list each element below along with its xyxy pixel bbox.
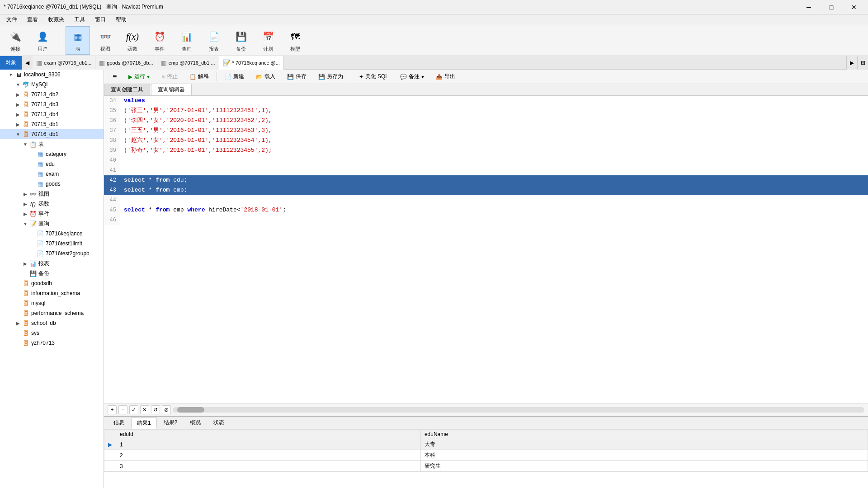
- toolbar-schedule[interactable]: 📅 计划: [256, 27, 280, 54]
- table-row[interactable]: ▶ 1 大专: [104, 439, 868, 450]
- arrow-70713db3: ▶: [14, 102, 22, 107]
- tab-extra-btn2[interactable]: ⊞: [857, 56, 868, 70]
- line-content-38: ('赵六','女','2016-01-01','13112323454',1),: [120, 136, 868, 145]
- table-row[interactable]: 2 本科: [104, 450, 868, 461]
- toolbar-query[interactable]: 📊 查询: [175, 27, 198, 54]
- line-num-44: 44: [104, 195, 120, 205]
- sidebar-item-70713db3[interactable]: ▶ 🗄 70713_db3: [0, 99, 104, 109]
- sidebar-item-events-folder[interactable]: ▶ ⏰ 事件: [0, 209, 104, 219]
- hscroll-thumb[interactable]: [177, 407, 204, 413]
- close-button[interactable]: ✕: [844, 0, 864, 14]
- minimize-button[interactable]: ─: [798, 0, 819, 14]
- stop-button[interactable]: ■ 停止: [156, 71, 182, 82]
- tab-exam[interactable]: ▦ exam @70716_db1...: [33, 56, 95, 70]
- tab-emp[interactable]: ▦ emp @70716_db1 ...: [157, 56, 219, 70]
- table-icon: ▦: [70, 28, 86, 45]
- titlebar: * 70716keqiance @70716_db1 (MySQL) - 查询 …: [0, 0, 868, 14]
- sidebar-item-mysql[interactable]: ▼ 🐬 MySQL: [0, 80, 104, 89]
- toolbar-table-label: 表: [75, 46, 80, 52]
- sidebar-item-infoschema[interactable]: 🗄 information_schema: [0, 288, 104, 298]
- beautify-button[interactable]: ✦ 美化 SQL: [354, 71, 393, 82]
- sidebar-item-edu[interactable]: ▦ edu: [0, 159, 104, 169]
- tab-keqiance[interactable]: 📝 * 70716keqiance @...: [219, 56, 284, 70]
- new-button[interactable]: 📄 新建: [220, 71, 249, 82]
- hamburger-menu-button[interactable]: ≡: [108, 71, 122, 82]
- sidebar-item-backup-folder[interactable]: 💾 备份: [0, 268, 104, 278]
- rtab-overview[interactable]: 概况: [184, 417, 207, 428]
- rtab-status[interactable]: 状态: [208, 417, 230, 428]
- db-70715db1-icon: 🗄: [22, 120, 30, 128]
- toolbar-table[interactable]: ▦ 表: [66, 26, 90, 55]
- cancel-edit-btn[interactable]: ✕: [140, 405, 149, 414]
- sidebar-item-70716keqiance[interactable]: 📄 70716keqiance: [0, 229, 104, 239]
- qtab-create-tool[interactable]: 查询创建工具: [104, 84, 150, 95]
- arrow-schooldb: ▶: [14, 321, 22, 326]
- menu-tools[interactable]: 工具: [70, 15, 90, 24]
- toolbar-event[interactable]: ⏰ 事件: [148, 27, 171, 54]
- sidebar-item-goods[interactable]: ▦ goods: [0, 179, 104, 189]
- toolbar-model-label: 模型: [290, 46, 300, 52]
- horizontal-scrollbar[interactable]: [173, 407, 864, 413]
- tab-overflow-btn[interactable]: ▶: [846, 56, 857, 70]
- tab-nav-prev[interactable]: ◀: [22, 56, 33, 70]
- sidebar-label-infoschema: information_schema: [31, 290, 102, 296]
- load-button[interactable]: 📂 载入: [251, 71, 280, 82]
- toolbar-user[interactable]: 👤 用户: [31, 27, 54, 54]
- menu-favorites[interactable]: 收藏夹: [43, 15, 69, 24]
- explain-button[interactable]: 📋 解释: [184, 71, 214, 82]
- sidebar-item-tables-folder[interactable]: ▼ 📋 表: [0, 139, 104, 149]
- sidebar-item-70716db1[interactable]: ▼ 🗄 70716_db1: [0, 129, 104, 139]
- rtab-result2[interactable]: 结果2: [158, 417, 184, 428]
- sidebar-item-70715db1[interactable]: ▶ 🗄 70715_db1: [0, 119, 104, 129]
- tab-goods[interactable]: ▦ goods @70716_db...: [95, 56, 157, 70]
- sidebar-item-70716test1[interactable]: 📄 70716test1limit: [0, 239, 104, 249]
- sidebar-item-sys[interactable]: 🗄 sys: [0, 328, 104, 338]
- sidebar-item-70716test2[interactable]: 📄 70716test2groupb: [0, 249, 104, 258]
- sidebar-item-yzh70713[interactable]: 🗄 yzh70713: [0, 338, 104, 348]
- sidebar-item-queries-folder[interactable]: ▼ 📝 查询: [0, 219, 104, 229]
- sidebar-item-70713db4[interactable]: ▶ 🗄 70713_db4: [0, 109, 104, 119]
- toolbar-model[interactable]: 🗺 模型: [283, 27, 307, 54]
- result-eduname-3: 研究生: [420, 461, 868, 472]
- sidebar-item-schooldb[interactable]: ▶ 🗄 school_db: [0, 318, 104, 328]
- refresh-btn[interactable]: ↺: [151, 405, 160, 414]
- export-button[interactable]: 📤 导出: [431, 71, 460, 82]
- sidebar-label-views: 视图: [38, 190, 102, 198]
- sidebar-item-localhost[interactable]: ▼ 🖥 localhost_3306: [0, 70, 104, 80]
- sidebar-item-mysql-db[interactable]: 🗄 mysql: [0, 298, 104, 308]
- run-arrow: ▾: [147, 74, 150, 80]
- add-line-btn[interactable]: +: [108, 405, 117, 414]
- run-button[interactable]: ▶ 运行 ▾: [123, 71, 155, 82]
- menu-view[interactable]: 查看: [23, 15, 42, 24]
- sidebar-item-goodsdb[interactable]: 🗄 goodsdb: [0, 278, 104, 288]
- toolbar-report[interactable]: 📄 报表: [202, 27, 226, 54]
- menu-file[interactable]: 文件: [2, 15, 22, 24]
- toolbar-backup[interactable]: 💾 备份: [229, 27, 253, 54]
- sidebar-item-perfschema[interactable]: 🗄 performance_schema: [0, 308, 104, 318]
- saveas-button[interactable]: 💾 另存为: [313, 71, 348, 82]
- maximize-button[interactable]: □: [821, 0, 842, 14]
- toolbar-connect[interactable]: 🔌 连接: [4, 27, 27, 54]
- toolbar-function[interactable]: f(x) 函数: [121, 27, 144, 54]
- save-button[interactable]: 💾 保存: [282, 71, 311, 82]
- menu-help[interactable]: 帮助: [111, 15, 131, 24]
- sidebar-item-70713db2[interactable]: ▶ 🗄 70713_db2: [0, 89, 104, 99]
- code-editor[interactable]: 34 values 35 ('张三','男','2017-01-01','131…: [104, 96, 868, 403]
- rtab-result1[interactable]: 结果1: [131, 418, 157, 429]
- table-row[interactable]: 3 研究生: [104, 461, 868, 472]
- sidebar-item-functions-folder[interactable]: ▶ f() 函数: [0, 199, 104, 209]
- objects-button[interactable]: 对象: [0, 56, 22, 70]
- stop-edit-btn[interactable]: ⊘: [162, 405, 171, 414]
- qtab-editor[interactable]: 查询编辑器: [151, 84, 192, 95]
- check-btn[interactable]: ✓: [129, 405, 138, 414]
- toolbar-view[interactable]: 👓 视图: [94, 27, 117, 54]
- menu-window[interactable]: 窗口: [90, 15, 110, 24]
- sidebar-item-category[interactable]: ▦ category: [0, 149, 104, 159]
- sidebar-item-reports-folder[interactable]: ▶ 📊 报表: [0, 258, 104, 268]
- rtab-info[interactable]: 信息: [108, 417, 130, 428]
- comment-button[interactable]: 💬 备注 ▾: [395, 71, 429, 82]
- sidebar-item-views-folder[interactable]: ▶ 👓 视图: [0, 189, 104, 199]
- sidebar-item-exam[interactable]: ▦ exam: [0, 169, 104, 179]
- code-line-35: 35 ('张三','男','2017-01-01','13112323451',…: [104, 106, 868, 116]
- remove-line-btn[interactable]: −: [118, 405, 127, 414]
